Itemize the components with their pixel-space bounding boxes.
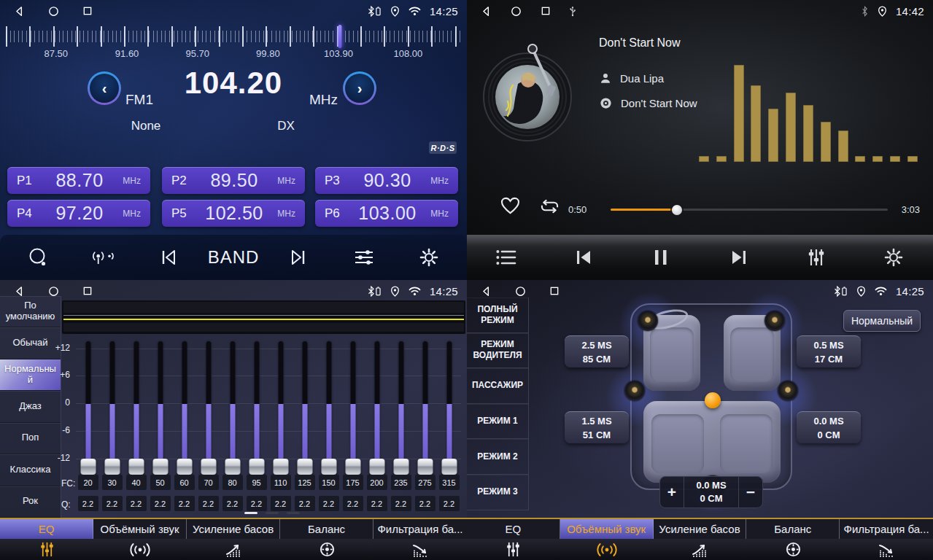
- band-slider-thumb[interactable]: [177, 459, 192, 475]
- decrease-delay-button[interactable]: −: [739, 477, 762, 508]
- band-slider-track[interactable]: [326, 341, 331, 467]
- tab-filter[interactable]: Фильтрация ба...: [373, 519, 467, 560]
- tab-balance[interactable]: Баланс: [746, 519, 840, 560]
- band-slider-thumb[interactable]: [249, 459, 264, 475]
- listening-mode-item[interactable]: ПАССАЖИР: [467, 368, 528, 404]
- band-slider-thumb[interactable]: [321, 459, 336, 475]
- previous-station-button[interactable]: [151, 240, 186, 275]
- band-slider-thumb[interactable]: [152, 459, 168, 475]
- nav-home-icon[interactable]: [514, 285, 527, 298]
- pause-button[interactable]: [643, 240, 678, 275]
- band-slider-thumb[interactable]: [201, 459, 216, 475]
- progress-knob[interactable]: [672, 205, 682, 215]
- band-slider-track[interactable]: [278, 341, 283, 467]
- tab-balance[interactable]: Баланс: [280, 519, 373, 560]
- band-slider-thumb[interactable]: [393, 459, 409, 475]
- band-slider-thumb[interactable]: [297, 459, 312, 475]
- next-track-button[interactable]: [721, 240, 756, 275]
- listening-mode-item[interactable]: ПОЛНЫЙ РЕЖИМ: [467, 298, 528, 333]
- band-button[interactable]: BAND: [216, 240, 251, 275]
- band-slider-track[interactable]: [254, 341, 259, 467]
- nav-recents-icon[interactable]: [82, 5, 93, 17]
- tab-surround[interactable]: Объёмный звук: [93, 519, 187, 560]
- surround-preset-button[interactable]: Нормальный: [843, 310, 921, 332]
- tuner-indicator[interactable]: [338, 25, 342, 48]
- tab-surround[interactable]: Объёмный звук: [560, 519, 654, 560]
- listening-position-marker[interactable]: [705, 392, 721, 408]
- nav-recents-icon[interactable]: [540, 5, 551, 17]
- progress-bar[interactable]: [611, 209, 888, 211]
- band-slider-track[interactable]: [158, 341, 163, 467]
- equalizer-icon[interactable]: [799, 240, 834, 275]
- preset-frequency: 102.50: [196, 203, 272, 224]
- eq-preset-item[interactable]: Рок: [0, 486, 61, 518]
- band-slider-track[interactable]: [422, 341, 427, 467]
- band-slider-thumb[interactable]: [345, 459, 360, 475]
- band-slider-thumb[interactable]: [225, 459, 240, 475]
- band-slider-track[interactable]: [182, 341, 187, 467]
- band-slider-track[interactable]: [109, 341, 115, 467]
- band-slider-track[interactable]: [374, 341, 379, 467]
- band-slider-track[interactable]: [133, 341, 139, 467]
- tab-filter[interactable]: Фильтрация ба...: [840, 519, 933, 560]
- preset-p2[interactable]: P2 89.50 MHz: [162, 167, 305, 194]
- tab-bass-boost[interactable]: Усиление басов: [187, 519, 280, 560]
- delay-cm: 85 CM: [583, 352, 611, 366]
- settings-gear-icon[interactable]: [876, 240, 911, 275]
- band-slider-track[interactable]: [398, 341, 403, 467]
- previous-track-button[interactable]: [566, 240, 601, 275]
- nav-back-icon[interactable]: [13, 5, 26, 18]
- audio-settings-icon[interactable]: [347, 240, 382, 275]
- band-slider-track[interactable]: [446, 341, 452, 467]
- band-slider-track[interactable]: [350, 341, 355, 467]
- nav-home-icon[interactable]: [510, 5, 522, 18]
- nav-back-icon[interactable]: [13, 285, 26, 298]
- tab-eq[interactable]: EQ: [0, 519, 93, 560]
- listening-mode-item[interactable]: РЕЖИМ ВОДИТЕЛЯ: [467, 333, 528, 369]
- listening-mode-item[interactable]: РЕЖИМ 1: [467, 404, 528, 440]
- preset-p5[interactable]: P5 102.50 MHz: [162, 200, 305, 227]
- rear-left-delay-chip[interactable]: 1.5 MS 51 CM: [565, 411, 629, 443]
- nav-recents-icon[interactable]: [549, 285, 560, 297]
- front-left-delay-chip[interactable]: 2.5 MS 85 CM: [565, 335, 629, 368]
- band-slider-thumb[interactable]: [441, 459, 457, 475]
- eq-preset-label: Джаз: [19, 401, 42, 412]
- nav-back-icon[interactable]: [480, 285, 492, 298]
- band-slider-thumb[interactable]: [273, 459, 288, 475]
- scan-search-button[interactable]: [20, 240, 55, 275]
- band-slider-thumb[interactable]: [128, 459, 144, 475]
- band-slider-track[interactable]: [206, 341, 211, 467]
- band-slider-track[interactable]: [230, 341, 235, 467]
- preset-p3[interactable]: P3 90.30 MHz: [315, 167, 458, 194]
- repeat-icon[interactable]: [538, 197, 561, 219]
- frequency-scale[interactable]: 87.50 91.60 95.70 99.80 103.90 108.00: [0, 22, 467, 64]
- playlist-icon[interactable]: [489, 240, 524, 275]
- preset-p6[interactable]: P6 103.00 MHz: [315, 200, 458, 227]
- favorite-heart-icon[interactable]: [500, 197, 520, 217]
- band-slider-thumb[interactable]: [369, 459, 384, 475]
- front-right-delay-chip[interactable]: 0.5 MS 17 CM: [797, 335, 861, 368]
- next-station-button[interactable]: [281, 240, 316, 275]
- broadcast-antenna-icon[interactable]: [85, 240, 120, 275]
- tune-up-button[interactable]: ›: [343, 71, 376, 105]
- nav-recents-icon[interactable]: [82, 285, 93, 297]
- nav-home-icon[interactable]: [47, 5, 60, 18]
- band-slider-track[interactable]: [302, 341, 307, 467]
- total-time: 3:03: [902, 204, 920, 215]
- nav-back-icon[interactable]: [480, 5, 492, 18]
- listening-mode-item[interactable]: РЕЖИМ 3: [467, 475, 528, 510]
- rear-right-delay-chip[interactable]: 0.0 MS 0 CM: [797, 411, 861, 443]
- band-slider-track[interactable]: [85, 341, 90, 467]
- tab-bass-boost[interactable]: Усиление басов: [654, 519, 747, 560]
- preset-p4[interactable]: P4 97.20 MHz: [7, 200, 150, 227]
- nav-home-icon[interactable]: [47, 285, 60, 298]
- increase-delay-button[interactable]: +: [660, 477, 684, 508]
- band-slider-thumb[interactable]: [80, 459, 96, 475]
- band-slider-thumb[interactable]: [104, 459, 120, 475]
- eq-preset-label: Рок: [23, 496, 38, 507]
- preset-p1[interactable]: P1 88.70 MHz: [7, 167, 150, 194]
- settings-gear-icon[interactable]: [411, 240, 446, 275]
- tab-eq[interactable]: EQ: [467, 519, 560, 560]
- band-slider-thumb[interactable]: [417, 459, 433, 475]
- listening-mode-item[interactable]: РЕЖИМ 2: [467, 439, 528, 475]
